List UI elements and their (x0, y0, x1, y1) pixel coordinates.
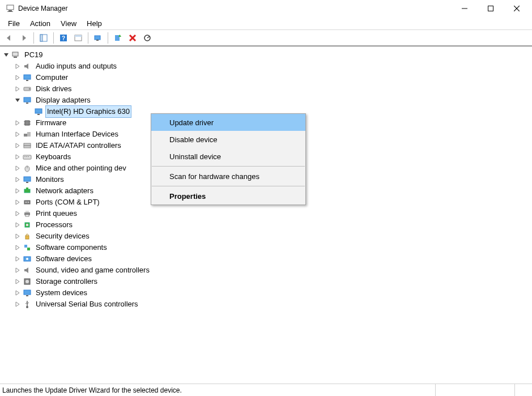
computer-icon (11, 50, 20, 59)
chevron-right-icon[interactable] (14, 300, 22, 308)
chevron-right-icon[interactable] (14, 187, 22, 195)
svg-rect-35 (27, 132, 31, 137)
close-button[interactable] (504, 0, 530, 17)
menu-help[interactable]: Help (82, 18, 107, 29)
show-hide-tree-button[interactable] (37, 31, 50, 45)
port-icon (23, 198, 32, 207)
tree-item-computer[interactable]: Computer (0, 72, 532, 83)
hid-icon (23, 130, 32, 139)
uninstall-button[interactable] (126, 31, 139, 45)
tree-item-label: Ports (COM & LPT) (34, 196, 101, 208)
chevron-right-icon[interactable] (14, 278, 22, 286)
ctx-disable-device[interactable]: Disable device (151, 131, 305, 148)
svg-rect-29 (25, 121, 29, 125)
svg-rect-58 (27, 248, 30, 250)
minimize-button[interactable] (452, 0, 478, 17)
tree-item-storage[interactable]: Storage controllers (0, 276, 532, 287)
svg-rect-14 (96, 40, 99, 41)
chevron-down-icon[interactable] (2, 51, 10, 59)
chevron-right-icon[interactable] (14, 255, 22, 263)
svg-rect-13 (95, 36, 100, 40)
statusbar-text: Launches the Update Driver Wizard for th… (2, 386, 182, 394)
forward-button[interactable] (17, 31, 31, 45)
tree-item-print-queues[interactable]: Print queues (0, 208, 532, 219)
chevron-right-icon[interactable] (14, 244, 22, 252)
chevron-right-icon[interactable] (14, 198, 22, 206)
tree-item-label: Firmware (34, 117, 68, 129)
ctx-uninstall-device[interactable]: Uninstall device (151, 148, 305, 165)
tree-item-label: System devices (34, 287, 89, 299)
tree-item-software-components[interactable]: Software components (0, 242, 532, 253)
svg-rect-38 (23, 155, 31, 159)
ctx-label: Uninstall device (169, 152, 221, 161)
svg-rect-12 (75, 35, 82, 37)
window-title: Device Manager (18, 5, 452, 12)
tree-item-label: Mice and other pointing dev (34, 162, 128, 174)
display-adapter-icon (23, 96, 32, 105)
svg-rect-44 (24, 177, 31, 181)
maximize-button[interactable] (478, 0, 504, 17)
ctx-properties[interactable]: Properties (151, 188, 305, 205)
svg-rect-45 (26, 182, 28, 183)
svg-rect-41 (28, 156, 29, 157)
chevron-right-icon[interactable] (14, 85, 22, 93)
chevron-right-icon[interactable] (14, 62, 22, 70)
speaker-icon (23, 62, 32, 71)
storage-icon (23, 277, 32, 286)
enable-disable-button[interactable] (141, 31, 154, 45)
svg-text:?: ? (62, 35, 65, 41)
back-button[interactable] (2, 31, 16, 45)
help-button[interactable]: ? (57, 31, 70, 45)
tree-item-label: Computer (34, 71, 70, 84)
chevron-right-icon[interactable] (14, 153, 22, 161)
chevron-right-icon[interactable] (14, 221, 22, 229)
chevron-right-icon[interactable] (14, 176, 22, 184)
chevron-down-icon[interactable] (14, 96, 22, 104)
tree-item-label: Disk drives (34, 83, 74, 95)
chevron-right-icon[interactable] (14, 119, 22, 127)
printer-icon (23, 209, 32, 218)
svg-rect-48 (24, 201, 30, 204)
svg-rect-64 (26, 295, 28, 296)
tree-item-software-devices[interactable]: Software devices (0, 253, 532, 265)
tree-item-security[interactable]: Security devices (0, 231, 532, 242)
tree-item-sound[interactable]: Sound, video and game controllers (0, 265, 532, 276)
tree-item-processors[interactable]: Processors (0, 219, 532, 231)
tree-item-system[interactable]: System devices (0, 287, 532, 299)
chevron-right-icon[interactable] (14, 232, 22, 240)
properties-button[interactable] (71, 31, 85, 45)
ctx-label: Scan for hardware changes (169, 172, 259, 181)
tree-item-usb[interactable]: Universal Serial Bus controllers (0, 299, 532, 310)
update-driver-button[interactable] (111, 31, 125, 45)
menu-file[interactable]: File (3, 18, 24, 29)
lock-icon (23, 232, 32, 241)
tree-item-label: Processors (34, 219, 74, 231)
svg-rect-25 (24, 97, 31, 102)
tree-item-display-adapters[interactable]: Display adapters (0, 95, 532, 106)
tree-item-audio[interactable]: Audio inputs and outputs (0, 61, 532, 72)
tree-root[interactable]: PC19 (0, 49, 532, 61)
ide-icon (23, 141, 32, 150)
menu-view[interactable]: View (56, 18, 81, 29)
svg-rect-4 (488, 6, 493, 11)
svg-rect-8 (40, 35, 42, 41)
tree-item-label: Monitors (34, 173, 66, 186)
chevron-right-icon[interactable] (14, 289, 22, 297)
ctx-update-driver[interactable]: Update driver (151, 114, 305, 131)
tree-item-label: Sound, video and game controllers (34, 264, 151, 276)
scan-hardware-button[interactable] (91, 31, 105, 45)
tree-item-disk-drives[interactable]: Disk drives (0, 83, 532, 95)
svg-point-24 (29, 88, 30, 90)
menu-action[interactable]: Action (25, 18, 55, 29)
chevron-right-icon[interactable] (14, 74, 22, 82)
chevron-right-icon[interactable] (14, 266, 22, 274)
chevron-right-icon[interactable] (14, 142, 22, 150)
menubar: File Action View Help (0, 17, 532, 29)
keyboard-icon (23, 152, 32, 161)
svg-point-62 (25, 280, 29, 283)
chevron-right-icon[interactable] (14, 164, 22, 172)
ctx-scan-hardware[interactable]: Scan for hardware changes (151, 168, 305, 185)
chevron-right-icon[interactable] (14, 210, 22, 218)
chevron-right-icon[interactable] (14, 130, 22, 138)
svg-rect-53 (25, 215, 29, 216)
